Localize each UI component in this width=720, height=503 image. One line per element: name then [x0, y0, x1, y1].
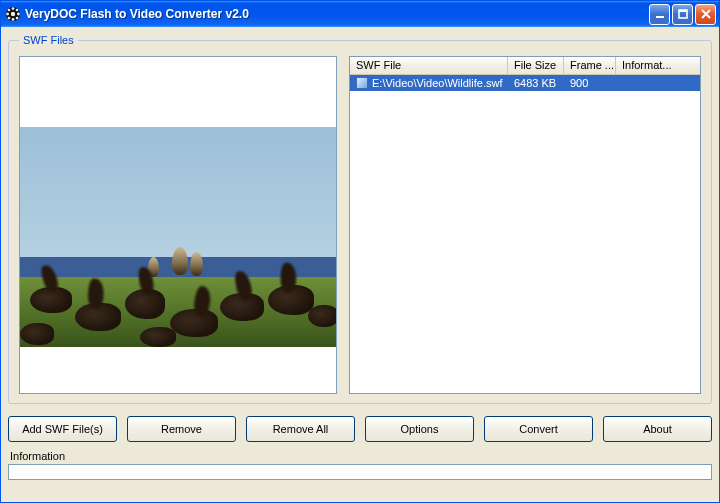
svg-point-6 — [8, 9, 11, 12]
svg-point-9 — [16, 17, 19, 20]
close-icon — [701, 9, 711, 19]
column-header-frame[interactable]: Frame ... — [564, 57, 616, 74]
swf-file-icon — [356, 77, 368, 89]
preview-bird — [172, 247, 188, 275]
information-bar — [8, 464, 712, 480]
svg-point-3 — [12, 18, 15, 21]
svg-point-7 — [16, 9, 19, 12]
svg-point-1 — [11, 12, 15, 16]
remove-button[interactable]: Remove — [127, 416, 236, 442]
svg-point-5 — [17, 13, 20, 16]
cell-size: 6483 KB — [508, 77, 564, 89]
preview-bird — [308, 305, 337, 327]
maximize-button[interactable] — [672, 4, 693, 25]
column-header-size[interactable]: File Size — [508, 57, 564, 74]
swf-files-group: SWF Files — [8, 34, 712, 404]
preview-bird — [170, 309, 218, 337]
add-swf-button[interactable]: Add SWF File(s) — [8, 416, 117, 442]
information-label: Information — [10, 450, 712, 462]
window-buttons — [649, 4, 716, 25]
preview-bird — [140, 327, 176, 347]
column-header-file[interactable]: SWF File — [350, 57, 508, 74]
preview-bird — [20, 323, 54, 345]
preview-bird — [190, 252, 203, 276]
svg-point-8 — [8, 17, 11, 20]
cell-frame: 900 — [564, 77, 616, 89]
content-area: SWF Files — [1, 27, 719, 502]
cell-file-text: E:\Video\Video\Wildlife.swf — [372, 77, 502, 89]
options-button[interactable]: Options — [365, 416, 474, 442]
remove-all-button[interactable]: Remove All — [246, 416, 355, 442]
about-button[interactable]: About — [603, 416, 712, 442]
close-button[interactable] — [695, 4, 716, 25]
minimize-button[interactable] — [649, 4, 670, 25]
minimize-icon — [655, 9, 665, 19]
file-rows: E:\Video\Video\Wildlife.swf 6483 KB 900 — [350, 75, 700, 393]
cell-file: E:\Video\Video\Wildlife.swf — [350, 77, 508, 89]
svg-rect-12 — [679, 10, 687, 12]
preview-pane — [19, 56, 337, 394]
app-icon — [5, 6, 21, 22]
svg-rect-10 — [656, 16, 664, 18]
maximize-icon — [678, 9, 688, 19]
swf-files-legend: SWF Files — [19, 34, 78, 46]
swf-inner: SWF File File Size Frame ... Informat...… — [19, 56, 701, 394]
column-header-info[interactable]: Informat... — [616, 57, 700, 74]
file-list[interactable]: SWF File File Size Frame ... Informat...… — [349, 56, 701, 394]
app-window: VeryDOC Flash to Video Converter v2.0 SW… — [0, 0, 720, 503]
svg-point-4 — [6, 13, 9, 16]
svg-point-2 — [12, 7, 15, 10]
button-row: Add SWF File(s) Remove Remove All Option… — [8, 416, 712, 442]
column-headers: SWF File File Size Frame ... Informat... — [350, 57, 700, 75]
table-row[interactable]: E:\Video\Video\Wildlife.swf 6483 KB 900 — [350, 75, 700, 91]
window-title: VeryDOC Flash to Video Converter v2.0 — [25, 7, 649, 21]
convert-button[interactable]: Convert — [484, 416, 593, 442]
titlebar[interactable]: VeryDOC Flash to Video Converter v2.0 — [1, 1, 719, 27]
